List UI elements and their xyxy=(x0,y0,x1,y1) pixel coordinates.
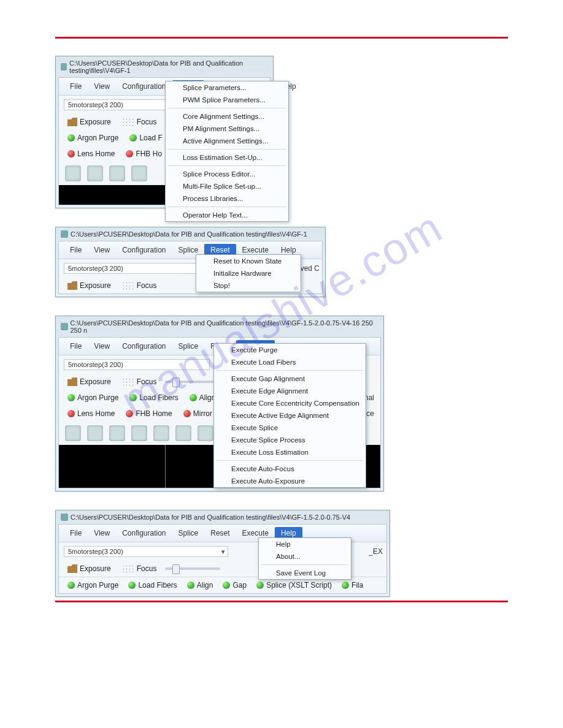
menu-item[interactable]: PM Alignment Settings... xyxy=(166,123,288,135)
menu-item[interactable]: Stop! xyxy=(196,279,301,292)
status-dot-icon xyxy=(67,394,75,401)
cut-text: _EX xyxy=(369,547,383,556)
menu-item[interactable]: Splice Parameters... xyxy=(166,82,288,94)
fhb-home-button[interactable]: FHB Home xyxy=(123,408,174,419)
focus-button[interactable]: Focus xyxy=(120,376,159,387)
menu-item[interactable]: Execute Splice xyxy=(214,422,366,434)
window-title: C:\Users\PCUSER\Desktop\Data for PIB and… xyxy=(71,319,379,334)
app-icon xyxy=(61,514,68,521)
menu-item[interactable]: Execute Auto-Exposure xyxy=(214,475,366,487)
menu-view[interactable]: View xyxy=(88,244,116,256)
menu-item[interactable]: Process Libraries... xyxy=(166,192,288,205)
status-dot-icon xyxy=(187,582,194,589)
menu-configuration[interactable]: Configuration xyxy=(116,80,172,93)
argon-purge-button[interactable]: Argon Purge xyxy=(65,580,121,591)
lens-home-button[interactable]: Lens Home xyxy=(65,408,117,419)
tool-icon[interactable] xyxy=(175,425,191,441)
menu-configuration[interactable]: Configuration xyxy=(116,527,172,539)
status-dot-icon xyxy=(342,582,349,589)
exposure-button[interactable]: Exposure xyxy=(65,116,113,127)
menu-item[interactable]: PWM Splice Parameters... xyxy=(166,94,288,106)
focus-slider[interactable] xyxy=(165,381,220,383)
focus-button[interactable]: Focus xyxy=(120,280,159,291)
status-dot-icon xyxy=(126,410,133,417)
splice-script-button[interactable]: Splice (XSLT Script) xyxy=(254,580,334,591)
tool-icon[interactable] xyxy=(109,425,125,441)
focus-slider[interactable] xyxy=(165,567,220,570)
status-dot-icon xyxy=(190,394,197,401)
exposure-button[interactable]: Exposure xyxy=(65,563,113,574)
menu-item[interactable]: Execute Auto-Focus xyxy=(214,463,366,475)
menu-item[interactable]: Execute Gap Alignment xyxy=(214,373,366,385)
exposure-button[interactable]: Exposure xyxy=(65,376,113,387)
menu-item[interactable]: Splice Process Editor... xyxy=(166,168,288,180)
window-title: C:\Users\PCUSER\Desktop\Data for PIB and… xyxy=(69,59,268,74)
process-combo[interactable]: 5motorstep(3 200) xyxy=(64,546,228,557)
gap-button[interactable]: Gap xyxy=(220,580,249,591)
status-dot-icon xyxy=(67,410,75,417)
menu-item[interactable]: Execute Load Fibers xyxy=(214,356,366,368)
menu-item[interactable]: Execute Edge Alignment xyxy=(214,385,366,397)
process-combo[interactable]: 5motorstep(3 200) xyxy=(64,359,210,370)
menu-item[interactable]: About... xyxy=(259,550,351,563)
focus-button[interactable]: Focus xyxy=(120,116,159,127)
menu-file[interactable]: File xyxy=(64,527,88,539)
tool-icon[interactable] xyxy=(109,165,125,181)
camera-icon xyxy=(67,118,77,126)
menu-item[interactable]: Loss Estimation Set-Up... xyxy=(166,151,288,164)
status-dot-icon xyxy=(183,410,191,417)
menu-view[interactable]: View xyxy=(88,527,116,539)
tool-icon[interactable] xyxy=(131,165,147,181)
menu-item[interactable]: Operator Help Text... xyxy=(166,209,288,221)
menu-splice[interactable]: Splice xyxy=(172,527,205,539)
window-title: C:\Users\PCUSER\Desktop\Data for PIB and… xyxy=(71,230,307,238)
menu-configuration[interactable]: Configuration xyxy=(116,340,172,352)
load-fibers-button[interactable]: Load F xyxy=(127,132,164,143)
menu-item[interactable]: Active Alignment Settings... xyxy=(166,135,288,147)
menu-item[interactable]: Initialize Hardware xyxy=(196,267,301,279)
menu-item[interactable]: Multi-File Splice Set-up... xyxy=(166,180,288,192)
reset-dropdown: Reset to Known State Initialize Hardware… xyxy=(196,254,301,292)
focus-button[interactable]: Focus xyxy=(120,563,159,574)
menu-item[interactable]: Execute Splice Process xyxy=(214,434,366,446)
menu-item[interactable]: Help xyxy=(259,538,351,550)
menu-item[interactable]: Execute Active Edge Alignment xyxy=(214,409,366,422)
lens-home-button[interactable]: Lens Home xyxy=(65,148,117,159)
argon-purge-button[interactable]: Argon Purge xyxy=(65,392,121,403)
exposure-button[interactable]: Exposure xyxy=(65,280,113,291)
fila-button[interactable]: Fila xyxy=(339,580,366,591)
menu-file[interactable]: File xyxy=(64,244,88,256)
cut-text: ved C xyxy=(301,264,320,273)
align-button[interactable]: Align xyxy=(185,580,216,591)
menu-configuration[interactable]: Configuration xyxy=(116,244,172,256)
menu-file[interactable]: File xyxy=(64,340,88,352)
status-dot-icon xyxy=(223,582,230,589)
menu-file[interactable]: File xyxy=(64,80,88,93)
menu-item[interactable]: Save Event Log xyxy=(259,567,351,579)
tool-icon[interactable] xyxy=(197,425,213,441)
status-dot-icon xyxy=(126,150,133,157)
menu-view[interactable]: View xyxy=(88,340,116,352)
tool-icon[interactable] xyxy=(131,425,147,441)
menu-item[interactable]: Execute Loss Estimation xyxy=(214,446,366,458)
argon-purge-button[interactable]: Argon Purge xyxy=(65,132,121,143)
tool-icon[interactable] xyxy=(153,425,169,441)
tool-icon[interactable] xyxy=(87,425,103,441)
load-fibers-button[interactable]: Load Fibers xyxy=(127,392,180,403)
menu-item[interactable]: Execute Core Eccentricity Compensation xyxy=(214,397,366,409)
process-combo[interactable]: 5motorstep(3 200) xyxy=(64,263,210,274)
fhb-home-button[interactable]: FHB Ho xyxy=(123,148,164,159)
menu-view[interactable]: View xyxy=(88,80,116,93)
menu-splice[interactable]: Splice xyxy=(172,340,205,352)
tool-icon[interactable] xyxy=(87,165,103,181)
load-fibers-button[interactable]: Load Fibers xyxy=(126,580,179,591)
status-dot-icon xyxy=(128,582,136,589)
menu-reset[interactable]: Reset xyxy=(204,527,236,539)
splice-dropdown: Splice Parameters... PWM Splice Paramete… xyxy=(165,81,289,222)
tool-icon[interactable] xyxy=(65,165,81,181)
menu-item[interactable]: Core Alignment Settings... xyxy=(166,110,288,123)
menu-item[interactable]: Execute Purge xyxy=(214,344,366,356)
window-title: C:\Users\PCUSER\Desktop\Data for PIB and… xyxy=(71,514,350,521)
menu-item[interactable]: Reset to Known State xyxy=(196,255,301,267)
tool-icon[interactable] xyxy=(65,425,81,441)
